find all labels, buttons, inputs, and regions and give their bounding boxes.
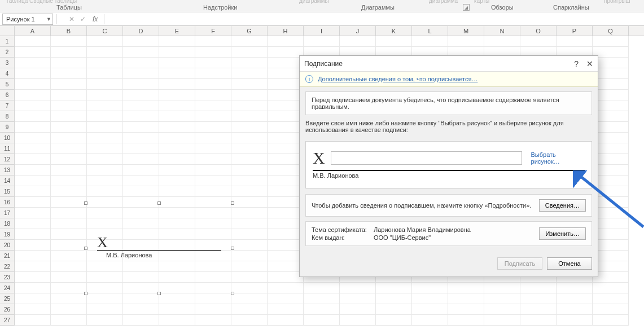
cell[interactable] [51, 293, 87, 304]
cell[interactable] [51, 261, 87, 272]
cell[interactable] [123, 58, 159, 68]
cell[interactable] [159, 68, 195, 79]
row-header[interactable]: 25 [0, 293, 15, 304]
cell[interactable] [520, 304, 557, 315]
resize-handle[interactable] [231, 201, 234, 205]
cell[interactable] [87, 165, 123, 176]
sign-button[interactable]: Подписать [497, 257, 542, 270]
signature-line-object[interactable]: X М.В. Ларионова [86, 203, 233, 293]
cell[interactable] [195, 68, 231, 79]
cell[interactable] [557, 36, 593, 47]
cell[interactable] [231, 100, 268, 111]
cell[interactable] [448, 315, 484, 326]
cell[interactable] [87, 111, 123, 122]
cell[interactable] [340, 283, 376, 293]
cell[interactable] [15, 272, 51, 283]
col-header[interactable]: D [123, 26, 159, 36]
cell[interactable] [15, 208, 51, 218]
cell[interactable] [51, 208, 87, 218]
change-cert-button[interactable]: Изменить… [539, 227, 586, 240]
cell[interactable] [231, 143, 268, 154]
details-button[interactable]: Сведения… [539, 199, 586, 212]
cell[interactable] [304, 283, 340, 293]
cell[interactable] [15, 90, 51, 100]
cell[interactable] [15, 251, 51, 261]
row-header[interactable]: 6 [0, 90, 15, 100]
cell[interactable] [123, 165, 159, 176]
cell[interactable] [195, 154, 231, 165]
cell[interactable] [87, 90, 123, 100]
cell[interactable] [15, 218, 51, 229]
cell[interactable] [304, 315, 340, 326]
cell[interactable] [231, 240, 268, 251]
cell[interactable] [340, 304, 376, 315]
row-header[interactable]: 27 [0, 315, 15, 326]
cell[interactable] [593, 283, 629, 293]
col-header[interactable]: O [520, 26, 557, 36]
cell[interactable] [195, 143, 231, 154]
cell[interactable] [231, 58, 268, 68]
cell[interactable] [268, 197, 304, 208]
cell[interactable] [268, 133, 304, 143]
cell[interactable] [268, 304, 304, 315]
col-header[interactable]: L [412, 26, 448, 36]
cell[interactable] [231, 176, 268, 186]
row-header[interactable]: 1 [0, 36, 15, 47]
cell[interactable] [15, 68, 51, 79]
row-header[interactable]: 10 [0, 133, 15, 143]
row-header[interactable]: 21 [0, 251, 15, 261]
cell[interactable] [484, 283, 520, 293]
cell[interactable] [484, 293, 520, 304]
cell[interactable] [87, 176, 123, 186]
cell[interactable] [268, 100, 304, 111]
cell[interactable] [87, 58, 123, 68]
cell[interactable] [159, 47, 195, 58]
cell[interactable] [51, 111, 87, 122]
col-header[interactable]: B [51, 26, 87, 36]
cell[interactable] [593, 293, 629, 304]
cell[interactable] [268, 68, 304, 79]
cell[interactable] [268, 261, 304, 272]
cell[interactable] [15, 186, 51, 197]
cell[interactable] [268, 293, 304, 304]
cell[interactable] [484, 315, 520, 326]
check-icon[interactable]: ✓ [80, 15, 86, 23]
row-header[interactable]: 14 [0, 176, 15, 186]
cell[interactable] [159, 36, 195, 47]
cell[interactable] [15, 165, 51, 176]
cell[interactable] [51, 36, 87, 47]
cell[interactable] [520, 293, 557, 304]
cell[interactable] [231, 186, 268, 197]
choose-image-link[interactable]: Выбрать рисунок… [531, 151, 585, 165]
row-header[interactable]: 11 [0, 143, 15, 154]
cell[interactable] [268, 186, 304, 197]
cell[interactable] [15, 111, 51, 122]
cell[interactable] [268, 36, 304, 47]
cell[interactable] [87, 68, 123, 79]
cell[interactable] [51, 47, 87, 58]
cell[interactable] [123, 68, 159, 79]
cell[interactable] [123, 100, 159, 111]
cell[interactable] [159, 143, 195, 154]
cell[interactable] [51, 186, 87, 197]
cell[interactable] [231, 133, 268, 143]
cell[interactable] [231, 90, 268, 100]
cell[interactable] [268, 79, 304, 90]
cell[interactable] [159, 186, 195, 197]
cell[interactable] [268, 229, 304, 240]
cell[interactable] [231, 154, 268, 165]
cell[interactable] [51, 176, 87, 186]
cell[interactable] [51, 58, 87, 68]
cell[interactable] [231, 208, 268, 218]
cell[interactable] [51, 251, 87, 261]
cell[interactable] [123, 315, 159, 326]
resize-handle[interactable] [231, 247, 234, 250]
cell[interactable] [15, 283, 51, 293]
cell[interactable] [15, 315, 51, 326]
cell[interactable] [123, 304, 159, 315]
cell[interactable] [123, 143, 159, 154]
cell[interactable] [15, 133, 51, 143]
cell[interactable] [231, 229, 268, 240]
cell[interactable] [268, 315, 304, 326]
resize-handle[interactable] [84, 292, 87, 295]
